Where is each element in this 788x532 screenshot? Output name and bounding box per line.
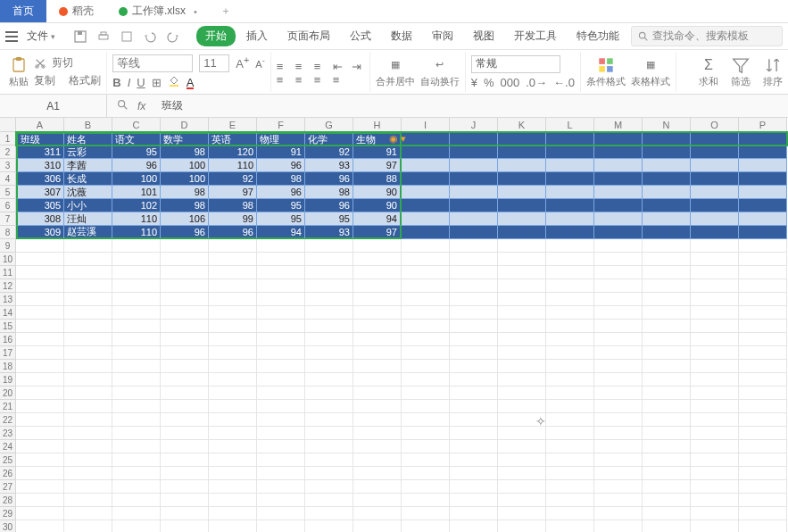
print-icon[interactable] [96, 29, 111, 44]
cell-O18[interactable] [691, 360, 739, 373]
cell-L29[interactable] [546, 507, 594, 520]
cell-B5[interactable]: 沈薇 [64, 186, 112, 199]
row-header-22[interactable]: 22 [0, 413, 16, 427]
cell-M28[interactable] [594, 494, 643, 507]
formula-input[interactable]: 班级 [154, 98, 788, 113]
cell-H12[interactable] [353, 279, 402, 293]
cell-P5[interactable] [739, 186, 787, 199]
cell-P16[interactable] [739, 333, 787, 346]
cell-N23[interactable] [643, 427, 691, 440]
cell-K17[interactable] [498, 346, 546, 360]
cell-H11[interactable] [353, 266, 402, 279]
cell-F8[interactable]: 94 [257, 226, 305, 239]
cell-F5[interactable]: 96 [257, 186, 305, 199]
cell-K5[interactable] [498, 186, 546, 199]
cell-N4[interactable] [643, 172, 691, 186]
indent-dec-icon[interactable]: ⇤ [333, 60, 345, 71]
cell-C20[interactable] [112, 387, 161, 400]
number-format-select[interactable]: 常规 [471, 55, 560, 73]
cell-E7[interactable]: 99 [209, 212, 257, 226]
conditional-format-button[interactable]: 条件格式 [586, 56, 626, 88]
cell-B11[interactable] [64, 266, 112, 279]
cell-M27[interactable] [594, 480, 643, 494]
cell-G18[interactable] [305, 360, 353, 373]
cell-J12[interactable] [450, 279, 498, 293]
cell-P15[interactable] [739, 320, 787, 333]
cell-B28[interactable] [64, 494, 112, 507]
cell-D29[interactable] [161, 507, 209, 520]
cell-I23[interactable] [402, 427, 450, 440]
cell-G3[interactable]: 93 [305, 159, 353, 172]
cell-F19[interactable] [257, 373, 305, 387]
cell-J2[interactable] [450, 145, 498, 159]
filter-button[interactable]: 筛选 [731, 56, 751, 88]
cell-K23[interactable] [498, 427, 546, 440]
align-middle-icon[interactable]: ≡ [295, 60, 308, 71]
cell-H21[interactable] [353, 400, 402, 413]
cell-P28[interactable] [739, 494, 787, 507]
cell-G17[interactable] [305, 346, 353, 360]
cell-C8[interactable]: 110 [112, 226, 161, 239]
cell-C1[interactable]: 语文 [112, 132, 161, 145]
ribbon-tab-8[interactable]: 特色功能 [568, 26, 628, 46]
cell-A25[interactable] [16, 453, 64, 467]
cell-O15[interactable] [691, 320, 739, 333]
cell-K27[interactable] [498, 480, 546, 494]
cell-M10[interactable] [594, 253, 643, 266]
cell-B25[interactable] [64, 453, 112, 467]
cell-L28[interactable] [546, 494, 594, 507]
cell-C15[interactable] [112, 320, 161, 333]
font-color-button[interactable]: A [187, 76, 195, 89]
undo-icon[interactable] [143, 29, 157, 44]
cell-I11[interactable] [402, 266, 450, 279]
cell-O30[interactable] [691, 520, 739, 532]
cell-L5[interactable] [546, 186, 594, 199]
cell-L26[interactable] [546, 467, 594, 480]
cell-H13[interactable] [353, 293, 402, 306]
dec-inc-icon[interactable]: .0→ [526, 76, 547, 89]
cell-B1[interactable]: 姓名 [64, 132, 112, 145]
cell-P11[interactable] [739, 266, 787, 279]
cell-C16[interactable] [112, 333, 161, 346]
ribbon-tab-4[interactable]: 数据 [382, 26, 421, 46]
cell-H20[interactable] [353, 387, 402, 400]
cell-L25[interactable] [546, 453, 594, 467]
cell-D20[interactable] [161, 387, 209, 400]
cell-J18[interactable] [450, 360, 498, 373]
cell-I1[interactable] [402, 132, 450, 145]
row-header-21[interactable]: 21 [0, 400, 16, 413]
cell-L4[interactable] [546, 172, 594, 186]
cell-O23[interactable] [691, 427, 739, 440]
cell-J1[interactable] [450, 132, 498, 145]
cell-E19[interactable] [209, 373, 257, 387]
cell-B23[interactable] [64, 427, 112, 440]
copy-button[interactable]: 复制 [34, 73, 55, 88]
cell-A17[interactable] [16, 346, 64, 360]
percent-icon[interactable]: % [484, 76, 494, 89]
cell-I22[interactable] [402, 413, 450, 427]
cell-L24[interactable] [546, 440, 594, 453]
cell-G22[interactable] [305, 413, 353, 427]
cell-B3[interactable]: 李茜 [64, 159, 112, 172]
cell-H23[interactable] [353, 427, 402, 440]
cell-D4[interactable]: 100 [161, 172, 209, 186]
cell-N29[interactable] [643, 507, 691, 520]
cell-L15[interactable] [546, 320, 594, 333]
cell-H26[interactable] [353, 467, 402, 480]
cell-I28[interactable] [402, 494, 450, 507]
cell-G11[interactable] [305, 266, 353, 279]
zoom-icon[interactable] [116, 98, 129, 113]
cell-H14[interactable] [353, 306, 402, 320]
cell-J15[interactable] [450, 320, 498, 333]
cell-J19[interactable] [450, 373, 498, 387]
cell-B20[interactable] [64, 387, 112, 400]
cell-K7[interactable] [498, 212, 546, 226]
cell-N21[interactable] [643, 400, 691, 413]
col-header-F[interactable]: F [257, 118, 305, 132]
cell-A16[interactable] [16, 333, 64, 346]
cell-B12[interactable] [64, 279, 112, 293]
cell-B21[interactable] [64, 400, 112, 413]
cell-D1[interactable]: 数学 [161, 132, 209, 145]
cell-P9[interactable] [739, 239, 787, 253]
cell-M12[interactable] [594, 279, 643, 293]
